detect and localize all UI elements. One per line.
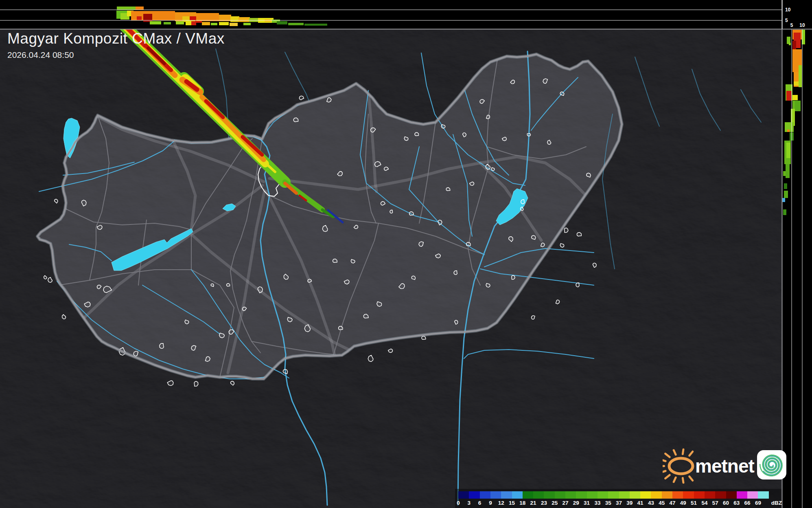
- legend-tick: 35: [605, 500, 611, 506]
- legend-cell: [501, 491, 512, 499]
- legend-tick: 29: [573, 500, 579, 506]
- cross-section-overlay: 105510: [0, 0, 812, 508]
- legend-cell: [651, 491, 662, 499]
- legend-tick: 60: [723, 500, 729, 506]
- legend-cell: [458, 491, 469, 499]
- legend-cell: [469, 491, 480, 499]
- legend-cell: [555, 491, 566, 499]
- legend-tick: 27: [562, 500, 568, 506]
- legend-tick: 54: [701, 500, 707, 506]
- legend-tick: 12: [498, 500, 504, 506]
- legend-cell: [630, 491, 641, 499]
- legend-cell: [523, 491, 534, 499]
- legend-cell: [533, 491, 544, 499]
- legend-tick: 15: [509, 500, 515, 506]
- legend-tick: 57: [712, 500, 718, 506]
- legend-cell: [480, 491, 491, 499]
- legend-cell: [608, 491, 619, 499]
- legend-tick: 66: [744, 500, 751, 506]
- legend-tick: 63: [733, 500, 740, 506]
- legend-cell: [565, 491, 576, 499]
- legend-tick: 0: [457, 500, 460, 506]
- legend-tick: 51: [691, 500, 697, 506]
- legend-tick: 9: [489, 500, 492, 506]
- legend-tick: 41: [637, 500, 643, 506]
- legend-cell: [758, 491, 769, 499]
- legend-tick: 18: [519, 500, 525, 506]
- title-block: Magyar Kompozit CMax / VMax 2026.04.24 0…: [7, 30, 225, 60]
- axis-label: 10: [785, 7, 791, 13]
- axis-label: 5: [790, 22, 793, 28]
- legend-tick: 33: [594, 500, 600, 506]
- legend-cell: [640, 491, 651, 499]
- radar-composite-screen: 105510 Magyar Kompozit CMax / VMax 2026.…: [0, 0, 812, 508]
- legend-tick: 21: [530, 500, 536, 506]
- spiral-app-icon: [757, 450, 786, 479]
- legend-tick: 31: [584, 500, 590, 506]
- legend-cell: [726, 491, 737, 499]
- brand-name: metnet: [695, 455, 754, 477]
- legend-tick: 23: [541, 500, 547, 506]
- legend-cell: [490, 491, 501, 499]
- legend-tick: 49: [680, 500, 686, 506]
- legend-tick: 47: [669, 500, 675, 506]
- legend-tick: 37: [616, 500, 622, 506]
- legend-cell: [598, 491, 608, 499]
- legend-cell: [672, 491, 683, 499]
- legend-cell: [512, 491, 523, 499]
- legend-cell: [683, 491, 694, 499]
- legend-tick: 69: [755, 500, 761, 506]
- legend-tick: 3: [468, 500, 471, 506]
- legend-cell: [747, 491, 758, 499]
- legend-cell: [587, 491, 598, 499]
- legend-cell: [705, 491, 716, 499]
- sun-icon: [663, 449, 693, 483]
- legend-cell: [619, 491, 630, 499]
- legend-cell: [737, 491, 748, 499]
- legend-tick: 43: [648, 500, 654, 506]
- page-title: Magyar Kompozit CMax / VMax: [7, 30, 225, 47]
- legend-cell: [662, 491, 673, 499]
- legend-cell: [694, 491, 705, 499]
- axis-label: 5: [785, 18, 788, 23]
- legend-tick: 6: [478, 500, 482, 506]
- legend-unit: dBZ: [771, 500, 782, 506]
- legend-tick: 25: [552, 500, 558, 506]
- legend-cell: [544, 491, 555, 499]
- axis-label: 10: [799, 22, 805, 28]
- legend-cell: [715, 491, 726, 499]
- legend-tick: 45: [659, 500, 665, 506]
- legend-tick: 39: [626, 500, 633, 506]
- timestamp: 2026.04.24 08:50: [7, 50, 225, 60]
- metnet-logo: metnet: [663, 447, 797, 485]
- legend-cell: [576, 491, 587, 499]
